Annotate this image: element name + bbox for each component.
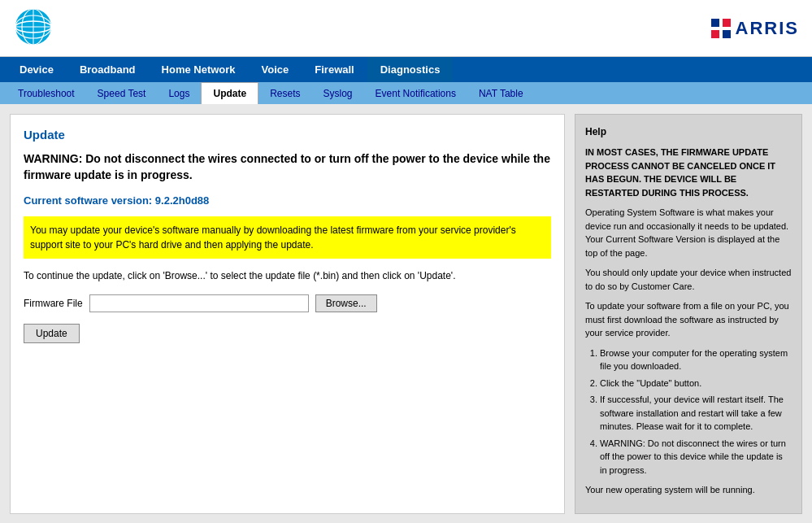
software-version: Current software version: 9.2.2h0d88 xyxy=(24,194,551,207)
nav-firewall[interactable]: Firewall xyxy=(302,57,367,82)
help-step-2: Click the "Update" button. xyxy=(600,377,792,390)
subnav-troubleshoot[interactable]: Troubleshoot xyxy=(7,83,86,104)
page-title: Update xyxy=(24,128,551,142)
highlight-notice: You may update your device's software ma… xyxy=(24,216,551,259)
help-para2: You should only update your device when … xyxy=(585,266,792,293)
nav-home-network[interactable]: Home Network xyxy=(149,57,249,82)
firmware-file-input[interactable] xyxy=(89,294,309,312)
help-step-3: If successful, your device will restart … xyxy=(600,393,792,434)
browse-button[interactable]: Browse... xyxy=(315,294,377,312)
subnav-nat-table[interactable]: NAT Table xyxy=(467,83,535,104)
nav-diagnostics[interactable]: Diagnostics xyxy=(367,57,454,82)
arris-icon xyxy=(710,17,732,40)
nav-broadband[interactable]: Broadband xyxy=(67,57,149,82)
arris-logo: ARRIS xyxy=(710,17,799,40)
update-button-row: Update xyxy=(24,324,551,343)
subnav-update[interactable]: Update xyxy=(201,82,258,104)
att-logo xyxy=(13,7,54,50)
help-title: Help xyxy=(585,124,792,139)
help-step-4: WARNING: Do not disconnect the wires or … xyxy=(600,437,792,477)
subnav-resets[interactable]: Resets xyxy=(258,83,311,104)
svg-rect-9 xyxy=(723,30,731,38)
subnav-logs[interactable]: Logs xyxy=(157,83,201,104)
content-panel: Update WARNING: Do not disconnect the wi… xyxy=(10,114,565,514)
help-step-1: Browse your computer for the operating s… xyxy=(600,346,792,373)
help-final-note: Your new operating system will be runnin… xyxy=(585,483,792,497)
update-button[interactable]: Update xyxy=(24,324,80,343)
help-para3: To update your software from a file on y… xyxy=(585,299,792,340)
warning-text: WARNING: Do not disconnect the wires con… xyxy=(24,151,551,183)
firmware-row: Firmware File Browse... xyxy=(24,294,551,312)
subnav-speed-test[interactable]: Speed Test xyxy=(86,83,158,104)
nav-device[interactable]: Device xyxy=(7,57,67,82)
arris-text: ARRIS xyxy=(736,18,799,39)
secondary-nav: Troubleshoot Speed Test Logs Update Rese… xyxy=(0,82,812,104)
page-header: ARRIS xyxy=(0,0,812,57)
instruction-text: To continue the update, click on 'Browse… xyxy=(24,268,551,283)
subnav-syslog[interactable]: Syslog xyxy=(312,83,364,104)
svg-rect-7 xyxy=(723,19,731,27)
primary-nav: Device Broadband Home Network Voice Fire… xyxy=(0,57,812,82)
help-bold-warning: IN MOST CASES, THE FIRMWARE UPDATE PROCE… xyxy=(585,146,792,199)
highlight-text: You may update your device's software ma… xyxy=(30,224,516,251)
subnav-event-notifications[interactable]: Event Notifications xyxy=(364,83,467,104)
help-steps: Browse your computer for the operating s… xyxy=(585,346,792,477)
firmware-label: Firmware File xyxy=(24,298,83,309)
svg-rect-6 xyxy=(711,19,719,27)
svg-rect-8 xyxy=(711,30,719,38)
main-layout: Update WARNING: Do not disconnect the wi… xyxy=(0,104,812,523)
help-panel: Help IN MOST CASES, THE FIRMWARE UPDATE … xyxy=(575,114,802,514)
help-para1: Operating System Software is what makes … xyxy=(585,206,792,259)
nav-voice[interactable]: Voice xyxy=(249,57,302,82)
